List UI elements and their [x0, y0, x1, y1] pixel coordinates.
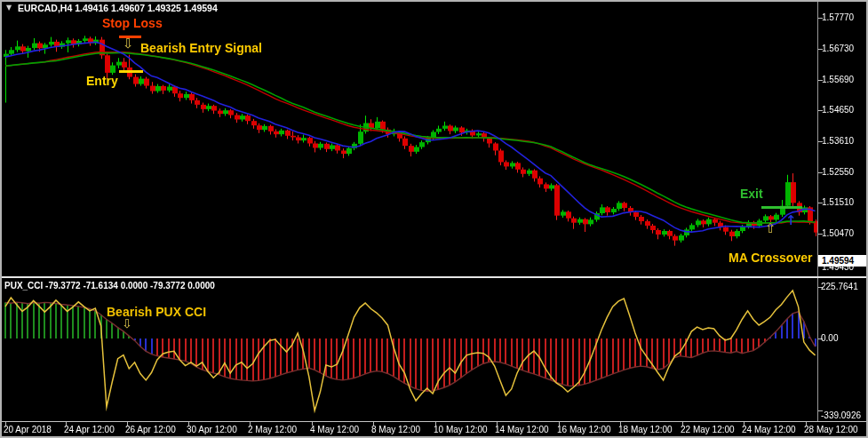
current-price-box: 1.49594 [818, 255, 868, 267]
price-axis-label: 1.51510 [822, 197, 854, 207]
indicator-axis-label: 0.00 [821, 333, 838, 343]
ma-crossover-label: MA Crossover [729, 251, 812, 265]
price-axis-label: 1.54650 [822, 105, 854, 115]
price-axis-label: 1.53610 [822, 136, 854, 146]
time-axis-label: 18 May 12:00 [618, 425, 673, 434]
time-axis-label: 24 Apr 12:00 [64, 425, 115, 434]
bearish-entry-signal-label: Bearish Entry Signal [140, 41, 262, 55]
price-axis-label: 1.50470 [822, 228, 854, 238]
time-axis-label: 2 May 12:00 [248, 425, 297, 434]
time-axis-line [0, 421, 868, 422]
time-axis-label: 28 May 12:00 [804, 425, 858, 434]
time-axis-label: 22 May 12:00 [681, 425, 735, 434]
price-axis-label: 1.56730 [822, 44, 854, 53]
bearish-pux-arrow-icon: ⇩ [122, 316, 132, 330]
price-axis-label: 1.52550 [822, 167, 854, 177]
price-axis-divider [817, 2, 818, 421]
price-axis-label: 1.57770 [822, 12, 854, 22]
chart-canvas[interactable] [0, 0, 868, 438]
chart-title: EURCAD,H4 1.49416 1.49607 1.49325 1.4959… [18, 3, 218, 13]
time-axis-label: 14 May 12:00 [495, 425, 549, 434]
bearish-entry-arrow-icon: ⇩ [123, 36, 134, 51]
indicator-axis-label: -339.0926 [821, 410, 861, 420]
chart-dropdown-icon[interactable]: ▼ [6, 4, 12, 12]
time-axis-label: 26 Apr 12:00 [125, 425, 176, 434]
time-axis-label: 16 May 12:00 [557, 425, 611, 434]
time-axis-label: 20 Apr 2018 [4, 425, 52, 434]
exit-arrow-icon: ⇧ [765, 221, 776, 235]
time-axis-label: 24 May 12:00 [742, 425, 796, 434]
indicator-title: PUX_CCI -79.3772 -71.6134 0.0000 -79.377… [4, 281, 215, 291]
entry-label: Entry [86, 74, 118, 88]
time-axis-label: 30 Apr 12:00 [187, 425, 237, 434]
stop-loss-label: Stop Loss [102, 16, 163, 30]
entry-line [119, 70, 143, 73]
frame-top [0, 0, 868, 2]
panel-splitter[interactable] [0, 276, 868, 278]
time-axis-label: 8 May 12:00 [371, 425, 420, 434]
exit-line [761, 206, 802, 209]
price-axis-label: 1.55690 [822, 75, 854, 84]
exit-label: Exit [740, 187, 763, 201]
indicator-axis-label: 225.7641 [821, 282, 858, 291]
time-axis-label: 4 May 12:00 [310, 425, 359, 434]
mt4-chart-window: ▼ EURCAD,H4 1.49416 1.49607 1.49325 1.49… [0, 0, 868, 438]
ma-crossover-arrow-icon: ↑ [785, 213, 797, 227]
frame-left [0, 0, 2, 438]
time-axis-label: 10 May 12:00 [434, 425, 488, 434]
